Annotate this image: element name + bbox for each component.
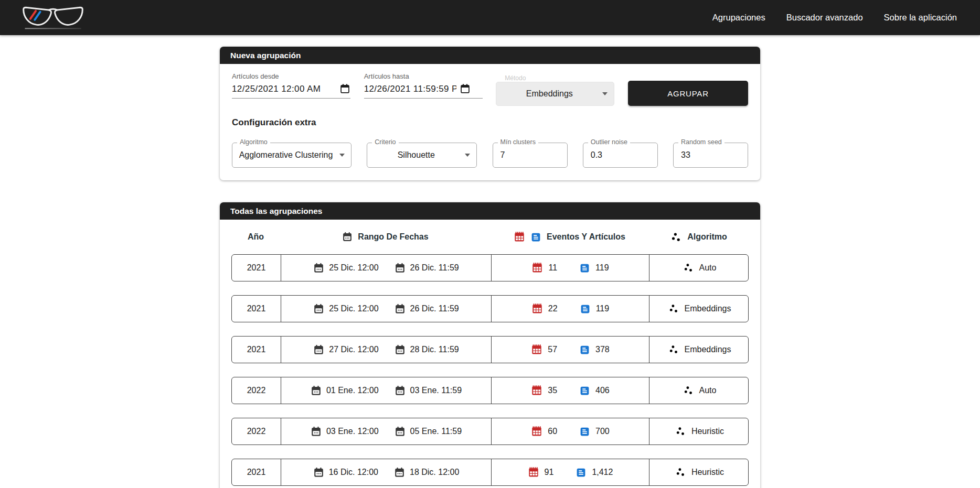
group-date-range: 27 Dic. 12:00 28 Dic. 11:59 [281,337,491,363]
calendar-icon [313,263,324,274]
articles-icon [530,232,541,243]
articles-to-input[interactable]: 12/26/2021 11:59:59 PM [364,82,483,99]
events-calendar-icon [531,385,542,396]
glasses-logo-icon [21,5,85,30]
articles-group: 1,412 [576,467,613,478]
articles-group: 119 [579,263,609,274]
groups-panel-title: Todas las agrupaciones [220,202,760,220]
group-row[interactable]: 2022 03 Ene. 12:00 05 Ene. 11:59 60 700 … [231,418,749,445]
group-events-articles: 22 119 [491,296,649,322]
nav-item-buscador-avanzado[interactable]: Buscador avanzado [786,13,863,23]
scatter-plot-icon [675,467,686,478]
date-from: 16 Dic. 12:00 [329,468,378,477]
date-from: 03 Ene. 12:00 [326,427,379,436]
events-calendar-icon [531,303,543,315]
scatter-plot-icon [683,262,694,274]
method-select[interactable]: Método Embeddings [496,82,614,106]
events-calendar-icon [514,231,525,243]
events-calendar-icon [531,262,543,274]
scatter-plot-icon [675,426,686,437]
criterion-label: Criterio [372,138,398,146]
group-row[interactable]: 2021 16 Dic. 12:00 18 Dic. 12:00 91 1,41… [231,459,749,486]
criterion-select[interactable]: Criterio Silhouette [367,143,477,168]
group-events-articles: 35 406 [491,377,649,404]
group-date-range: 25 Dic. 12:00 26 Dic. 11:59 [281,296,491,322]
group-year: 2021 [232,255,281,281]
col-header-algorithm-label: Algoritmo [687,232,727,242]
articles-group: 700 [579,426,610,437]
algorithm-label: Algoritmo [237,138,270,146]
algorithm-name: Auto [699,386,717,395]
algorithm-name: Heuristic [691,468,724,477]
date-to: 05 Ene. 11:59 [410,427,462,436]
col-header-date-range: Rango De Fechas [280,232,491,242]
articles-from-value[interactable]: 12/25/2021 12:00 AM [232,84,336,94]
group-row[interactable]: 2021 25 Dic. 12:00 26 Dic. 11:59 11 119 … [231,254,749,281]
group-year: 2021 [232,459,281,485]
date-from: 25 Dic. 12:00 [329,263,378,273]
method-label: Método [503,74,528,82]
events-count: 57 [548,345,557,354]
date-picker-icon[interactable] [339,83,350,94]
calendar-icon [395,385,406,396]
groups-table-body: 2021 25 Dic. 12:00 26 Dic. 11:59 11 119 … [231,254,749,486]
events-count: 91 [545,468,554,477]
calendar-icon [342,232,353,242]
articles-count: 119 [596,304,610,313]
new-group-panel-title: Nueva agrupación [220,47,760,64]
events-count: 22 [548,304,558,313]
random-seed-field[interactable]: Random seed 33 [673,143,748,168]
articles-count: 700 [595,427,610,436]
random-seed-label: Random seed [678,138,725,146]
date-to: 18 Dic. 12:00 [410,468,459,477]
group-date-range: 01 Ene. 12:00 03 Ene. 11:59 [281,377,491,404]
algorithm-select[interactable]: Algoritmo Agglomerative Clustering [232,143,351,168]
outlier-noise-value: 0.3 [583,150,602,160]
calendar-icon [395,344,406,355]
chevron-down-icon [602,92,608,95]
group-algorithm: Heuristic [649,459,749,485]
articles-icon [576,467,587,478]
new-group-panel: Nueva agrupación Artículos desde 12/25/2… [220,47,760,180]
events-calendar-icon [531,344,542,355]
scatter-plot-icon [668,303,679,315]
articles-to-value[interactable]: 12/26/2021 11:59:59 PM [364,84,456,94]
outlier-noise-field[interactable]: Outlier noise 0.3 [583,143,658,168]
articles-from-input[interactable]: 12/25/2021 12:00 AM [232,82,350,99]
nav-item-sobre-la-aplicacion[interactable]: Sobre la aplicación [884,13,957,23]
articles-group: 378 [579,344,610,355]
groups-panel: Todas las agrupaciones Año Rango De Fech… [220,202,760,488]
date-to: 26 Dic. 11:59 [410,304,459,313]
calendar-icon [395,263,406,274]
articles-group: 119 [580,303,610,315]
group-row[interactable]: 2021 25 Dic. 12:00 26 Dic. 11:59 22 119 … [231,295,749,322]
extra-config-heading: Configuración extra [232,117,748,128]
group-events-articles: 91 1,412 [491,459,649,485]
date-from: 27 Dic. 12:00 [329,345,378,354]
group-algorithm: Auto [649,377,749,404]
group-algorithm: Embeddings [649,296,749,322]
chevron-down-icon [339,154,345,157]
algorithm-name: Heuristic [691,427,724,436]
min-clusters-field[interactable]: Mín clusters 7 [493,143,568,168]
group-row[interactable]: 2021 27 Dic. 12:00 28 Dic. 11:59 57 378 … [231,336,749,363]
date-picker-icon[interactable] [460,83,471,94]
app-logo[interactable] [21,5,85,30]
articles-icon [579,385,590,396]
articles-icon [579,426,590,437]
calendar-icon [311,426,322,437]
group-events-articles: 11 119 [491,255,649,281]
criterion-value: Silhouette [367,150,465,160]
top-navbar: Agrupaciones Buscador avanzado Sobre la … [0,0,980,35]
calendar-icon [313,344,324,355]
group-row[interactable]: 2022 01 Ene. 12:00 03 Ene. 11:59 35 406 … [231,377,749,404]
nav-item-agrupaciones[interactable]: Agrupaciones [712,13,765,23]
events-calendar-icon [528,467,539,478]
group-events-articles: 60 700 [491,418,649,444]
agrupar-button[interactable]: AGRUPAR [628,81,748,106]
articles-count: 119 [595,263,609,273]
page-content: Nueva agrupación Artículos desde 12/25/2… [220,47,760,488]
nav-links: Agrupaciones Buscador avanzado Sobre la … [712,13,957,23]
group-date-range: 25 Dic. 12:00 26 Dic. 11:59 [281,255,491,281]
articles-icon [580,303,591,315]
